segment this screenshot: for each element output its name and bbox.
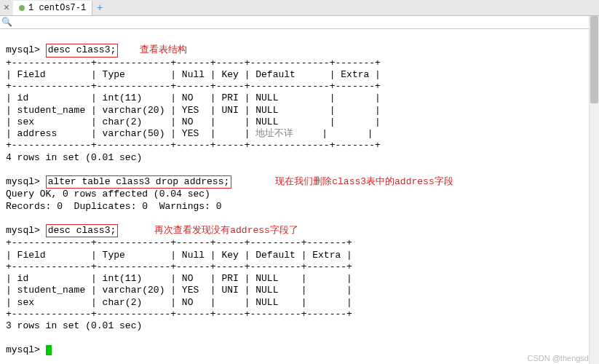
table2-border: +--------------+-------------+------+---… bbox=[6, 237, 352, 248]
table2-footer: 3 rows in set (0.01 sec) bbox=[6, 320, 142, 331]
table1-header: | Field | Type | Null | Key | Default | … bbox=[6, 69, 381, 80]
command-desc1: desc class3; bbox=[46, 44, 119, 57]
tab-centos[interactable]: 1 centOs7-1 bbox=[13, 1, 92, 15]
prompt: mysql> bbox=[6, 176, 40, 187]
prompt: mysql> bbox=[6, 225, 40, 236]
scrollbar-vertical[interactable] bbox=[589, 16, 599, 364]
status-dot-icon bbox=[19, 5, 25, 11]
cursor bbox=[46, 345, 52, 355]
terminal-output[interactable]: mysql> desc class3;查看表结构 +--------------… bbox=[0, 29, 599, 359]
annotation-1: 查看表结构 bbox=[140, 44, 187, 56]
table1-footer: 4 rows in set (0.01 sec) bbox=[6, 152, 142, 163]
table1-row4a: | address | varchar(50) | YES | | bbox=[6, 128, 255, 139]
scrollbar-thumb[interactable] bbox=[590, 16, 598, 103]
table2-border: +--------------+-------------+------+---… bbox=[6, 309, 352, 320]
annotation-2: 现在我们删除class3表中的address字段 bbox=[275, 176, 453, 188]
tab-title: 1 centOs7-1 bbox=[28, 3, 86, 13]
alter-output-2: Records: 0 Duplicates: 0 Warnings: 0 bbox=[6, 201, 221, 212]
table2-header: | Field | Type | Null | Key | Default | … bbox=[6, 250, 352, 261]
search-bar: 🔍 bbox=[0, 16, 599, 29]
table1-border: +--------------+-------------+------+---… bbox=[6, 140, 381, 151]
table2-border: +--------------+-------------+------+---… bbox=[6, 261, 352, 272]
table1-border: +--------------+-------------+------+---… bbox=[6, 81, 381, 92]
alter-output-1: Query OK, 0 rows affected (0.04 sec) bbox=[6, 189, 210, 199]
close-icon[interactable]: × bbox=[0, 1, 13, 15]
add-tab-button[interactable]: + bbox=[92, 1, 107, 15]
table2-row: | sex | char(2) | NO | | NULL | | bbox=[6, 297, 352, 308]
command-alter: alter table class3 drop address; bbox=[46, 175, 232, 189]
annotation-3: 再次查看发现没有address字段了 bbox=[154, 225, 298, 237]
command-desc2: desc class3; bbox=[46, 224, 119, 237]
prompt: mysql> bbox=[6, 344, 40, 355]
table2-row: | id | int(11) | NO | PRI | NULL | | bbox=[6, 273, 352, 284]
table1-row: | sex | char(2) | NO | | NULL | | bbox=[6, 116, 381, 127]
table1-row: | student_name | varchar(20) | YES | UNI… bbox=[6, 105, 381, 116]
table2-row: | student_name | varchar(20) | YES | UNI… bbox=[6, 285, 352, 296]
tab-bar: × 1 centOs7-1 + bbox=[0, 0, 599, 16]
table1-row4b: | | bbox=[293, 128, 373, 139]
table1-default-value: 地址不详 bbox=[255, 128, 293, 139]
search-icon[interactable]: 🔍 bbox=[1, 17, 12, 28]
table1-row: | id | int(11) | NO | PRI | NULL | | bbox=[6, 92, 381, 103]
table1-border: +--------------+-------------+------+---… bbox=[6, 58, 381, 68]
watermark: CSDN @thengsd bbox=[527, 354, 589, 363]
prompt: mysql> bbox=[6, 44, 40, 55]
